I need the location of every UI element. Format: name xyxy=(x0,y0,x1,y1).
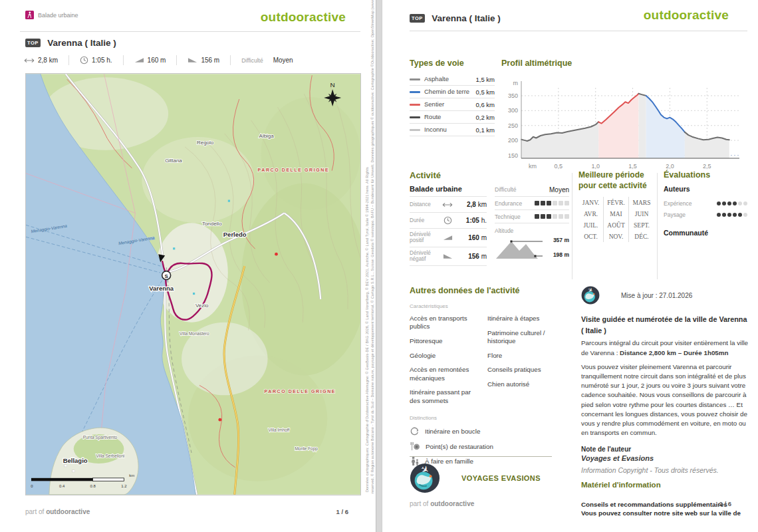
stat-label: Difficulté xyxy=(241,57,263,64)
descent-icon xyxy=(188,57,197,63)
best-season-section: Meilleure période pour cette activité JA… xyxy=(578,170,654,242)
rating-row: Expérience xyxy=(664,198,747,209)
activity-row-value: 156 m xyxy=(455,253,487,260)
rating-pip xyxy=(733,201,737,205)
page-2: TOP Varenna ( Italie ) outdooractive Typ… xyxy=(382,0,758,532)
partner-block: ✈ VOYAGES EVASIONS xyxy=(410,456,552,493)
walking-activity-icon xyxy=(25,11,34,19)
ascent-icon xyxy=(134,57,144,63)
map-credit-line-2: reserved, © Région autonome Bolzano - Ty… xyxy=(370,0,374,493)
activity-row-label: Durée xyxy=(410,217,440,223)
month-cell: JUIL. xyxy=(578,219,604,231)
stat-difficulty: DifficultéMoyen xyxy=(241,57,293,64)
rating-pip xyxy=(722,201,726,205)
update-date: Mise à jour : 27.01.2026 xyxy=(621,292,692,299)
page-footer: part of outdooractive 1 / 6 xyxy=(25,508,348,515)
advice-line-2: Vous pouvez consulter notre site web sur… xyxy=(581,509,749,518)
map-label: Monte Fopp xyxy=(295,446,318,452)
description-intro: Parcours intégral du circuit pour visite… xyxy=(581,338,749,357)
partner-name: VOYAGES EVASIONS xyxy=(461,474,541,482)
svg-text:250: 250 xyxy=(508,122,518,129)
characteristics-label: Caractéristiques xyxy=(410,303,559,309)
svg-text:2,0: 2,0 xyxy=(666,163,674,170)
rating-pip xyxy=(553,214,557,219)
characteristic-item: Patrimoine culturel / historique xyxy=(487,329,559,345)
map-label: PARCO DELLE GRIGNE xyxy=(258,168,330,172)
stat-value: 156 m xyxy=(201,57,219,64)
rating-pip xyxy=(547,214,551,219)
page-title: Varenna ( Italie ) xyxy=(47,38,116,48)
author-logo: ✈ xyxy=(581,286,600,305)
rating-pip xyxy=(743,213,747,217)
rating-pip xyxy=(547,201,551,205)
characteristic-item: Conseils pratiques xyxy=(487,366,559,374)
months-grid: JANV.FÉVR.MARSAVR.MAIJUINJUIL.AOÛTSEPT.O… xyxy=(578,197,654,242)
svg-text:0,5: 0,5 xyxy=(555,163,563,170)
month-cell: FÉVR. xyxy=(604,197,629,208)
svg-text:350: 350 xyxy=(508,92,518,99)
distinction-label: Itinéraire en boucle xyxy=(425,428,480,435)
stat-value: Moyen xyxy=(273,57,293,64)
map-label: Regolo xyxy=(197,140,214,146)
ratings-title: Évaluations xyxy=(664,170,747,180)
route-title-row: TOP Varenna ( Italie ) xyxy=(410,12,501,24)
altitude-min: 198 m xyxy=(553,251,569,258)
month-cell: AVR. xyxy=(578,208,604,219)
map-label: Varenna xyxy=(149,285,174,292)
scale-unit: km xyxy=(129,473,134,477)
rating-pip xyxy=(738,201,742,205)
rating-pips xyxy=(717,213,747,217)
rating-pip xyxy=(733,213,737,217)
month-cell: NOV. xyxy=(604,231,629,242)
characteristic-item: Itinéraire à étapes xyxy=(487,315,559,323)
rating-pip xyxy=(565,214,569,219)
rating-label: Paysage xyxy=(664,211,686,218)
month-cell: MARS xyxy=(629,197,654,208)
map-label: PARCO DELLE GRIGNE xyxy=(265,389,336,394)
road-type-label: Asphalte xyxy=(424,76,475,83)
activity-type-label: Balade urbaine xyxy=(38,12,78,19)
activity-row-value: 2,8 km xyxy=(455,201,487,208)
stat-separator xyxy=(176,55,177,65)
map-label: Villa Serbelloni xyxy=(96,454,125,458)
page-footer: part of outdooractive 2 / 6 xyxy=(410,500,731,507)
header-divider xyxy=(410,31,747,31)
rating-pip xyxy=(727,213,731,217)
rating-pip xyxy=(727,201,731,205)
characteristics-list: Accès en transports publicsPittoresqueGé… xyxy=(410,315,559,411)
month-cell: OCT. xyxy=(578,231,604,242)
stat-descent: 156 m xyxy=(188,57,219,64)
activity-row: Distance2,8 km xyxy=(410,197,487,213)
map-label: Albiga xyxy=(259,133,275,139)
distinction-item: Point(s) de restauration xyxy=(410,442,559,451)
page-1: Balade urbaine outdooractive TOP Varenna… xyxy=(0,0,376,532)
rating-pips xyxy=(717,201,747,205)
elevation-profile-chart: 1502002503003500,51,01,52,02,5mkm xyxy=(499,73,750,174)
voyages-evasions-logo: ✈ xyxy=(410,463,440,493)
start-marker-label: S xyxy=(165,273,168,279)
svg-text:300: 300 xyxy=(508,107,518,114)
rating-pip xyxy=(541,214,545,219)
road-type-length: 0,1 km xyxy=(475,126,495,134)
distinctions-label: Distinctions xyxy=(410,415,559,421)
distance-icon xyxy=(24,58,35,63)
month-cell: JUIN xyxy=(629,208,654,219)
activity-row: Durée1:05 h. xyxy=(410,213,487,229)
road-type-item: Chemin de terre0,5 km xyxy=(410,86,495,98)
svg-text:150: 150 xyxy=(508,152,518,159)
top-badge: TOP xyxy=(25,39,41,47)
road-type-swatch xyxy=(410,104,420,106)
characteristic-item: Pittoresque xyxy=(410,337,481,345)
map-label: Villa Monastero xyxy=(180,331,209,336)
map-label: Gittana xyxy=(165,158,182,164)
activity-row-value: 1:05 h. xyxy=(455,217,487,224)
road-type-label: Route xyxy=(424,114,475,121)
road-type-label: Inconnu xyxy=(424,126,475,134)
map-credit-line-1: Données cartographiques: Cartographie d'… xyxy=(365,167,369,492)
copyright-note: Information Copyright - Tous droits rése… xyxy=(581,466,749,474)
map-label: Bellagio xyxy=(63,457,88,464)
rating-pip xyxy=(559,201,563,205)
stat-duration: 1:05 h. xyxy=(80,56,112,65)
stat-value: 160 m xyxy=(148,57,166,64)
difficulty-label: Difficulté xyxy=(495,186,516,193)
